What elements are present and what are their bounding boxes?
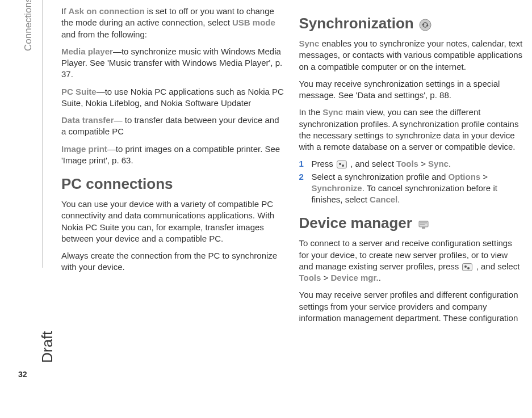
heading-pc-connections: PC connections — [61, 174, 286, 194]
page-number: 32 — [18, 370, 27, 379]
side-rail: Connections Draft 32 — [0, 0, 57, 418]
sync-icon — [418, 17, 432, 31]
content-area: If Ask on connection is set to off or yo… — [61, 6, 523, 330]
left-column: If Ask on connection is set to off or yo… — [61, 6, 286, 330]
opt-image-print: Image print—to print images on a compati… — [61, 143, 286, 167]
usb-intro: If Ask on connection is set to off or yo… — [61, 6, 286, 40]
kw-tools: Tools — [396, 159, 418, 168]
kw-sync: Sync — [299, 39, 320, 48]
kw-image-print: Image print — [61, 144, 107, 154]
kw-synchronize: Synchronize — [312, 183, 362, 193]
section-label: Connections — [23, 0, 34, 51]
kw-sync-menu: Sync — [428, 159, 449, 168]
sync-para-1: Sync enables you to synchronize your not… — [299, 38, 523, 73]
device-manager-icon — [417, 217, 430, 230]
menu-key-icon-2 — [462, 263, 472, 271]
kw-device-mgr: Device mgr. — [331, 273, 379, 282]
dm-para-1: To connect to a server and receive confi… — [299, 238, 523, 284]
kw-tools-2: Tools — [299, 273, 321, 282]
step-number-1: 1 — [299, 158, 304, 170]
heading-device-manager: Device manager — [299, 213, 523, 233]
sync-step-2: 2 Select a synchronization profile and O… — [299, 171, 523, 206]
pc-para-2: Always create the connection from the PC… — [61, 250, 286, 273]
pc-para-1: You can use your device with a variety o… — [61, 199, 286, 244]
menu-key-icon — [337, 161, 347, 168]
svg-rect-1 — [419, 221, 428, 227]
kw-cancel: Cancel — [370, 195, 397, 204]
opt-data-transfer: Data transfer— to transfer data between … — [61, 115, 286, 138]
right-column: Synchronization Sync enables you to sync… — [299, 6, 523, 330]
svg-point-0 — [420, 19, 431, 31]
kw-options: Options — [448, 172, 480, 181]
sync-step-1: 1 Press , and select Tools > Sync. — [299, 158, 523, 170]
sync-steps: 1 Press , and select Tools > Sync. 2 Sel… — [299, 158, 523, 205]
kw-ask-on-connection: Ask on connection — [69, 6, 145, 16]
opt-pc-suite: PC Suite—to use Nokia PC applications su… — [61, 86, 286, 109]
svg-rect-2 — [422, 227, 425, 229]
kw-usb-mode: USB mode — [232, 18, 275, 27]
heading-synchronization: Synchronization — [299, 14, 523, 33]
sync-para-3: In the Sync main view, you can see the d… — [299, 107, 523, 153]
opt-media-player: Media player—to synchronize music with W… — [61, 46, 286, 81]
dm-para-2: You may receive server profiles and diff… — [299, 289, 523, 324]
sync-para-2: You may receive synchronization settings… — [299, 78, 523, 102]
draft-label: Draft — [39, 331, 56, 363]
kw-data-transfer: Data transfer — [61, 115, 114, 125]
kw-media-player: Media player — [61, 47, 113, 56]
kw-pc-suite: PC Suite — [61, 87, 97, 96]
kw-sync-2: Sync — [322, 107, 343, 117]
step-number-2: 2 — [299, 171, 304, 183]
